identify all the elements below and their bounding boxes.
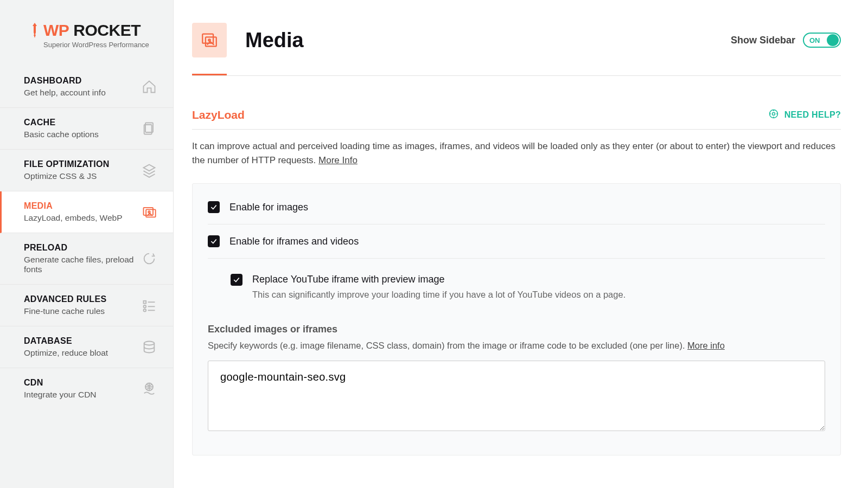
need-help-link[interactable]: NEED HELP?	[768, 108, 841, 121]
rocket-carrot-icon	[30, 23, 39, 38]
nav-title: DASHBOARD	[24, 76, 106, 86]
svg-point-7	[144, 305, 146, 308]
excluded-more-info-link[interactable]: More info	[687, 341, 725, 350]
help-icon	[768, 108, 779, 121]
nav-title: CDN	[24, 378, 97, 388]
nav-title: PRELOAD	[24, 243, 142, 253]
nav-sub: Get help, account info	[24, 88, 106, 98]
opt-youtube-preview: Replace YouTube iframe with preview imag…	[231, 259, 825, 300]
checkbox-youtube-preview[interactable]	[231, 274, 242, 286]
globe-hand-icon	[142, 381, 157, 396]
files-icon	[142, 121, 157, 136]
sidebar-item-cdn[interactable]: CDN Integrate your CDN	[0, 368, 173, 409]
sidebar-item-database[interactable]: DATABASE Optimize, reduce bloat	[0, 326, 173, 368]
nav-title: CACHE	[24, 118, 99, 127]
logo-rocket: ROCKET	[73, 21, 141, 40]
nav-sub: LazyLoad, embeds, WebP	[24, 213, 123, 223]
sidebar: WP ROCKET Superior WordPress Performance…	[0, 0, 174, 488]
svg-point-15	[208, 39, 210, 41]
svg-point-9	[144, 309, 146, 312]
logo-subtitle: Superior WordPress Performance	[30, 41, 173, 49]
sub-opt-hint: This can significantly improve your load…	[252, 290, 626, 300]
sidebar-item-media[interactable]: MEDIA LazyLoad, embeds, WebP	[0, 191, 173, 233]
more-info-link[interactable]: More Info	[318, 155, 358, 165]
excluded-section: Excluded images or iframes Specify keywo…	[208, 324, 825, 433]
svg-point-11	[144, 342, 155, 345]
database-icon	[142, 339, 157, 355]
section-divider	[192, 129, 841, 130]
opt-enable-iframes: Enable for iframes and videos	[208, 224, 825, 258]
media-icon	[142, 204, 157, 220]
opt-enable-images: Enable for images	[208, 201, 825, 224]
svg-rect-5	[144, 301, 146, 304]
header-divider	[192, 75, 841, 76]
sub-opt-label: Replace YouTube iframe with preview imag…	[252, 274, 626, 285]
sidebar-item-preload[interactable]: PRELOAD Generate cache files, preload fo…	[0, 233, 173, 285]
page-media-icon	[192, 23, 227, 57]
section-desc-text: It can improve actual and perceived load…	[192, 141, 835, 165]
nav-title: MEDIA	[24, 201, 123, 211]
section-title: LazyLoad	[192, 108, 245, 121]
logo: WP ROCKET Superior WordPress Performance	[0, 0, 173, 62]
nav-sub: Integrate your CDN	[24, 390, 97, 400]
nav: DASHBOARD Get help, account info CACHE B…	[0, 66, 173, 409]
excluded-desc-text: Specify keywords (e.g. image filename, C…	[208, 341, 687, 350]
checkbox-enable-images[interactable]	[208, 201, 220, 213]
checkbox-enable-iframes[interactable]	[208, 235, 220, 247]
nav-title: FILE OPTIMIZATION	[24, 159, 110, 169]
opt-label: Enable for images	[229, 202, 308, 213]
sidebar-item-file-optimization[interactable]: FILE OPTIMIZATION Optimize CSS & JS	[0, 150, 173, 191]
need-help-label: NEED HELP?	[784, 110, 841, 120]
excluded-desc: Specify keywords (e.g. image filename, C…	[208, 341, 825, 351]
show-sidebar-toggle[interactable]: ON	[803, 33, 841, 48]
nav-sub: Generate cache files, preload fonts	[24, 255, 142, 274]
excluded-title: Excluded images or iframes	[208, 324, 825, 335]
nav-sub: Fine-tune cache rules	[24, 306, 106, 316]
lazyload-section: LazyLoad NEED HELP? It can improve actua…	[192, 108, 841, 455]
toggle-on-label: ON	[804, 36, 820, 44]
nav-title: ADVANCED RULES	[24, 294, 106, 304]
lazyload-card: Enable for images Enable for iframes and…	[192, 183, 841, 455]
sidebar-item-dashboard[interactable]: DASHBOARD Get help, account info	[0, 66, 173, 108]
svg-point-17	[772, 113, 775, 115]
layers-icon	[142, 163, 157, 178]
refresh-icon	[142, 251, 157, 266]
section-description: It can improve actual and perceived load…	[192, 139, 841, 167]
opt-label: Enable for iframes and videos	[229, 236, 359, 247]
logo-wp: WP	[43, 21, 69, 40]
toggle-knob	[827, 34, 839, 46]
sidebar-item-advanced-rules[interactable]: ADVANCED RULES Fine-tune cache rules	[0, 285, 173, 326]
list-icon	[142, 298, 157, 313]
nav-sub: Basic cache options	[24, 130, 99, 139]
main-content: Media Show Sidebar ON LazyLoad NEED HELP…	[174, 0, 868, 488]
show-sidebar-label: Show Sidebar	[731, 35, 795, 46]
nav-sub: Optimize CSS & JS	[24, 171, 110, 181]
nav-title: DATABASE	[24, 336, 108, 346]
excluded-textarea[interactable]	[208, 361, 825, 431]
page-title: Media	[245, 29, 304, 52]
sidebar-item-cache[interactable]: CACHE Basic cache options	[0, 108, 173, 150]
home-icon	[142, 79, 157, 94]
nav-sub: Optimize, reduce bloat	[24, 348, 108, 358]
svg-rect-13	[202, 34, 213, 43]
page-header: Media Show Sidebar ON	[192, 23, 841, 57]
